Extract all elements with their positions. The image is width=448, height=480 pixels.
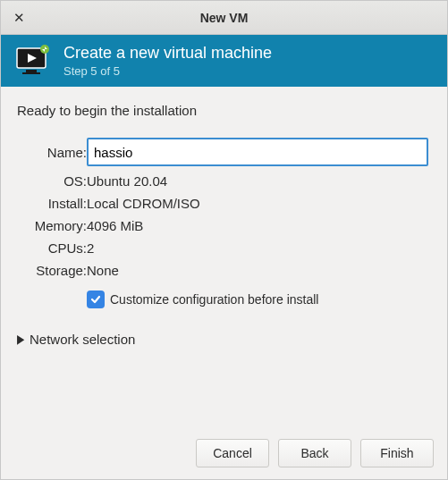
close-icon: ✕ bbox=[13, 10, 25, 26]
name-input[interactable] bbox=[87, 138, 428, 166]
label-memory: Memory: bbox=[17, 215, 87, 237]
check-icon bbox=[89, 293, 102, 306]
finish-button[interactable]: Finish bbox=[360, 439, 434, 467]
close-button[interactable]: ✕ bbox=[8, 7, 30, 29]
value-storage: None bbox=[87, 259, 428, 282]
vm-monitor-icon bbox=[15, 45, 51, 77]
customize-checkbox[interactable] bbox=[87, 291, 105, 308]
cancel-button[interactable]: Cancel bbox=[196, 439, 269, 467]
back-button[interactable]: Back bbox=[278, 439, 351, 467]
value-install: Local CDROM/ISO bbox=[87, 192, 428, 215]
label-cpus: CPUs: bbox=[17, 237, 87, 259]
network-selection-label: Network selection bbox=[30, 332, 135, 347]
label-storage: Storage: bbox=[17, 259, 87, 282]
svg-rect-2 bbox=[22, 72, 40, 74]
content-area: Ready to begin the installation Name: OS… bbox=[1, 87, 447, 363]
label-install: Install: bbox=[17, 192, 87, 215]
svg-rect-1 bbox=[26, 70, 37, 72]
titlebar: ✕ New VM bbox=[1, 1, 447, 35]
dialog-footer: Cancel Back Finish bbox=[0, 426, 448, 480]
value-memory: 4096 MiB bbox=[87, 215, 428, 237]
label-name: Name: bbox=[17, 134, 87, 170]
wizard-heading: Create a new virtual machine bbox=[63, 44, 272, 63]
label-os: OS: bbox=[17, 170, 87, 192]
value-cpus: 2 bbox=[87, 237, 428, 259]
value-os: Ubuntu 20.04 bbox=[87, 170, 428, 192]
wizard-header: Create a new virtual machine Step 5 of 5 bbox=[1, 35, 447, 87]
network-selection-expander[interactable]: ▶ Network selection bbox=[17, 332, 431, 347]
ready-text: Ready to begin the installation bbox=[17, 103, 431, 118]
wizard-step: Step 5 of 5 bbox=[63, 64, 272, 78]
window-title: New VM bbox=[1, 11, 447, 25]
customize-label: Customize configuration before install bbox=[110, 292, 318, 307]
triangle-right-icon: ▶ bbox=[17, 332, 24, 347]
